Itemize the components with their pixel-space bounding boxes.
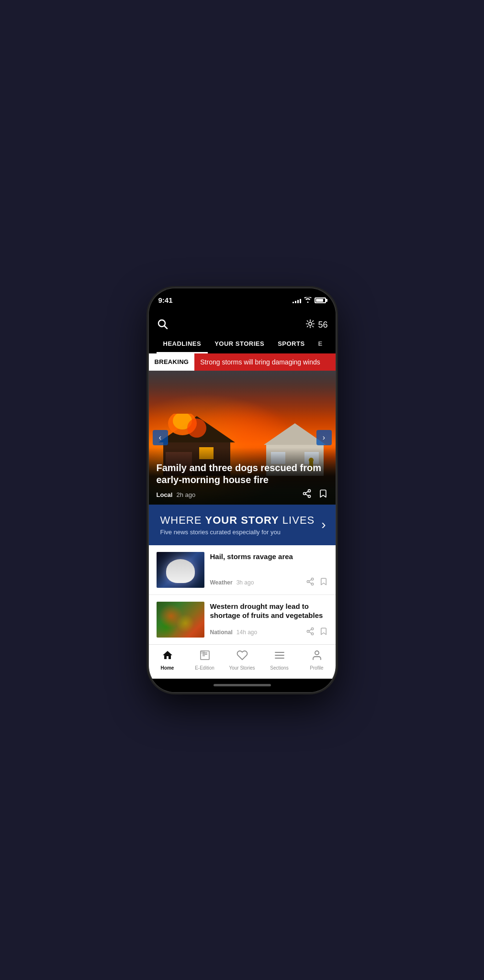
weather-display: 56 xyxy=(305,319,327,331)
svg-line-33 xyxy=(309,579,311,581)
tab-stories-label: Your Stories xyxy=(229,665,255,671)
tab-home-label: Home xyxy=(161,665,174,671)
news-content-1: Hail, storms ravage area Weather 3h ago xyxy=(210,552,328,588)
svg-point-2 xyxy=(309,322,312,326)
svg-line-7 xyxy=(307,321,308,322)
status-icons xyxy=(293,297,326,304)
sections-icon xyxy=(274,650,285,664)
app-header: 56 HEADLINES YOUR STORIES SPORTS E xyxy=(149,312,336,353)
tab-profile[interactable]: Profile xyxy=(298,645,336,679)
svg-line-28 xyxy=(305,491,308,493)
hero-share-button[interactable] xyxy=(302,489,312,501)
tab-profile-label: Profile xyxy=(310,665,323,671)
breaking-bar[interactable]: BREAKING Strong storms will bring damagi… xyxy=(149,353,336,371)
news-thumb-produce xyxy=(157,602,204,638)
hero-bookmark-button[interactable] xyxy=(318,489,328,501)
hero-meta-left: Local 2h ago xyxy=(157,491,196,498)
home-bar xyxy=(214,684,271,686)
sun-icon xyxy=(305,319,315,331)
tab-your-stories[interactable]: YOUR STORIES xyxy=(208,336,271,353)
news-thumb-storm xyxy=(157,552,204,588)
svg-line-38 xyxy=(309,629,311,630)
promo-subtitle: Five news stories curated especially for… xyxy=(160,529,315,536)
svg-line-1 xyxy=(164,326,167,329)
news-category-2: National xyxy=(210,629,233,636)
carousel-next-button[interactable]: › xyxy=(316,430,332,445)
hero-headline: Family and three dogs rescued from early… xyxy=(157,462,328,486)
svg-rect-43 xyxy=(201,651,204,653)
news-meta-1: Weather 3h ago xyxy=(210,577,328,588)
hero-time: 2h ago xyxy=(176,491,195,498)
news-item[interactable]: Hail, storms ravage area Weather 3h ago xyxy=(149,545,336,595)
news-headline-1: Hail, storms ravage area xyxy=(210,552,328,562)
svg-line-37 xyxy=(309,632,311,633)
phone-frame: 9:41 xyxy=(149,288,336,692)
tab-sections[interactable]: Sections xyxy=(261,645,298,679)
status-bar: 9:41 xyxy=(149,288,336,312)
tab-home[interactable]: Home xyxy=(149,645,186,679)
news-bookmark-button-1[interactable] xyxy=(319,577,328,588)
breaking-headline: Strong storms will bring damaging winds xyxy=(194,353,335,371)
news-actions-1 xyxy=(306,577,328,588)
news-bookmark-button-2[interactable] xyxy=(319,627,328,638)
tab-edition-label: E-Edition xyxy=(195,665,214,671)
hero-meta: Local 2h ago xyxy=(157,489,328,501)
svg-point-17 xyxy=(187,418,206,438)
carousel-prev-button[interactable]: ‹ xyxy=(153,430,168,445)
temperature-display: 56 xyxy=(318,320,327,330)
promo-arrow-icon: › xyxy=(321,517,326,532)
status-time: 9:41 xyxy=(158,296,173,304)
svg-line-32 xyxy=(309,582,311,584)
wifi-icon xyxy=(304,297,312,304)
storm-thumbnail xyxy=(157,552,204,588)
svg-line-10 xyxy=(313,321,314,322)
svg-point-47 xyxy=(315,651,319,655)
news-content-2: Western drought may lead to shortage of … xyxy=(210,602,328,638)
signal-strength xyxy=(293,297,301,303)
news-share-button-1[interactable] xyxy=(306,577,315,588)
tab-e-edition[interactable]: E-Edition xyxy=(186,645,224,679)
news-item-2[interactable]: Western drought may lead to shortage of … xyxy=(149,595,336,644)
heart-icon xyxy=(236,650,248,664)
svg-line-9 xyxy=(307,326,308,327)
app-screen: 56 HEADLINES YOUR STORIES SPORTS E xyxy=(149,312,336,692)
news-category-1: Weather xyxy=(210,579,233,586)
promo-title: WHERE YOUR STORY LIVES xyxy=(160,514,315,527)
signal-bar-2 xyxy=(295,301,296,303)
news-share-button-2[interactable] xyxy=(306,627,315,638)
search-button[interactable] xyxy=(157,318,168,332)
news-headline-2: Western drought may lead to shortage of … xyxy=(210,602,328,620)
hero-story[interactable]: ‹ › Family and three dogs rescued from e… xyxy=(149,371,336,505)
news-actions-2 xyxy=(306,627,328,638)
nav-tabs: HEADLINES YOUR STORIES SPORTS E xyxy=(157,336,328,353)
hero-text-overlay: Family and three dogs rescued from early… xyxy=(149,448,336,505)
signal-bar-4 xyxy=(300,299,301,303)
tab-sections-label: Sections xyxy=(270,665,288,671)
tab-more[interactable]: E xyxy=(312,336,328,353)
news-meta-left-2: National 14h ago xyxy=(210,629,258,636)
news-meta-left-1: Weather 3h ago xyxy=(210,579,254,586)
svg-line-8 xyxy=(313,326,314,327)
hero-actions xyxy=(302,489,328,501)
home-indicator xyxy=(149,679,336,692)
promo-text: WHERE YOUR STORY LIVES Five news stories… xyxy=(160,514,315,536)
news-list: Hail, storms ravage area Weather 3h ago xyxy=(149,545,336,644)
signal-bar-1 xyxy=(293,302,294,303)
news-meta-2: National 14h ago xyxy=(210,627,328,638)
news-time-2: 14h ago xyxy=(236,629,257,636)
hero-category: Local xyxy=(157,491,173,498)
dynamic-island xyxy=(212,293,272,309)
edition-icon xyxy=(199,650,211,664)
tab-sports[interactable]: SPORTS xyxy=(271,336,311,353)
battery-fill xyxy=(316,299,323,302)
bottom-tab-bar: Home E-Edition xyxy=(149,644,336,679)
svg-line-27 xyxy=(305,494,308,496)
tab-headlines[interactable]: HEADLINES xyxy=(157,336,208,353)
promo-banner[interactable]: WHERE YOUR STORY LIVES Five news stories… xyxy=(149,505,336,545)
home-icon xyxy=(162,650,173,664)
header-top: 56 xyxy=(157,316,328,336)
tab-your-stories-bottom[interactable]: Your Stories xyxy=(224,645,261,679)
signal-bar-3 xyxy=(297,300,299,303)
breaking-label: BREAKING xyxy=(149,353,195,371)
profile-icon xyxy=(311,650,323,664)
